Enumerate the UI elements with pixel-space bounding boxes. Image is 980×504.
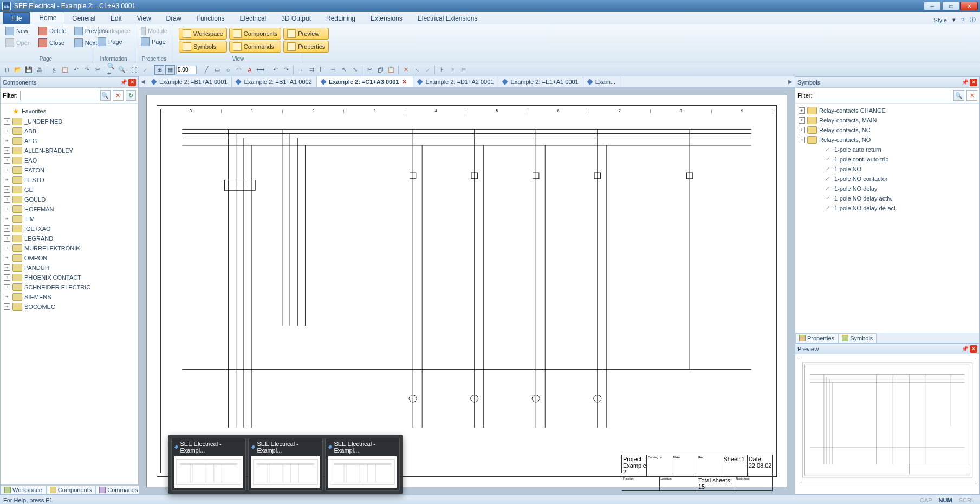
minimize-button[interactable]: ─ <box>924 2 941 10</box>
qat-zoom-in-icon[interactable]: 🔍+ <box>107 65 117 75</box>
component-item[interactable]: +IFM <box>1 214 138 224</box>
component-item[interactable]: +SOCOMEC <box>1 302 138 312</box>
page-info-button[interactable]: Page <box>95 36 132 47</box>
panel-close-button[interactable]: ✕ <box>128 79 136 86</box>
close-button[interactable]: ✕ <box>960 2 978 10</box>
expand-icon[interactable]: + <box>4 128 10 134</box>
component-item[interactable]: +HOFFMAN <box>1 204 138 214</box>
file-tab[interactable]: File <box>3 12 30 24</box>
symbols-filter-apply[interactable]: 🔍 <box>953 90 964 101</box>
qat-break-icon[interactable]: ⊢ <box>317 65 327 75</box>
expand-icon[interactable]: + <box>4 294 10 300</box>
expand-icon[interactable]: + <box>799 127 805 133</box>
taskbar-preview-item[interactable]: SEE Electrical - Exampl... <box>248 438 323 491</box>
qat-paste-icon[interactable]: 📋 <box>60 65 70 75</box>
symbol-folder[interactable]: −Relay-contacts, NO <box>795 135 979 145</box>
expand-icon[interactable]: + <box>799 107 805 114</box>
ribbon-tab-extensions[interactable]: Extensions <box>363 13 410 24</box>
view-commands-button[interactable]: Commands <box>229 41 281 53</box>
component-item[interactable]: +SIEMENS <box>1 292 138 302</box>
document-tab[interactable]: Exam... <box>583 76 620 87</box>
expand-icon[interactable]: + <box>4 264 10 271</box>
expand-icon[interactable]: + <box>4 235 10 242</box>
expand-icon[interactable]: + <box>4 157 10 164</box>
qat-trim-icon[interactable]: ⟍ <box>412 65 421 75</box>
page-props-button[interactable]: Page <box>139 36 170 47</box>
expand-icon[interactable]: + <box>4 274 10 281</box>
properties-tab[interactable]: Properties <box>795 333 838 343</box>
component-item[interactable]: +MURRELEKTRONIK <box>1 243 138 253</box>
qat-cut-icon[interactable]: ✂ <box>93 65 102 75</box>
component-item[interactable]: +SCHNEIDER ELECTRIC <box>1 282 138 292</box>
qat-zoom-fit-icon[interactable]: ⛶ <box>129 65 139 75</box>
symbols-close-button[interactable]: ✕ <box>970 79 977 86</box>
ribbon-tab-general[interactable]: General <box>64 13 103 24</box>
component-item[interactable]: +PHOENIX CONTACT <box>1 273 138 282</box>
expand-icon[interactable]: + <box>4 196 10 203</box>
qat-save-icon[interactable]: 💾 <box>24 65 34 75</box>
symbols-tree[interactable]: +Relay-contacts CHANGE+Relay-contacts, M… <box>795 104 979 333</box>
qat-arc-icon[interactable]: ◠ <box>234 65 244 75</box>
view-symbols-button[interactable]: Symbols <box>179 41 227 53</box>
grid-value-input[interactable] <box>176 66 197 74</box>
expand-icon[interactable]: + <box>4 245 10 251</box>
expand-icon[interactable]: + <box>4 284 10 290</box>
component-item[interactable]: +GE <box>1 185 138 195</box>
document-tab[interactable]: Example 2: =C1+A3 0001✕ <box>317 76 414 87</box>
expand-icon[interactable]: + <box>4 167 10 173</box>
drawing-canvas[interactable]: 0123456789 <box>146 95 787 487</box>
expand-icon[interactable]: + <box>4 216 10 222</box>
qat-redo2-icon[interactable]: ↷ <box>281 65 291 75</box>
tabs-scroll-right[interactable]: ▶ <box>786 79 795 85</box>
ribbon-tab-view[interactable]: View <box>129 13 159 24</box>
new-page-button[interactable]: New <box>3 25 33 36</box>
symbol-item[interactable]: ⟋1-pole auto return <box>795 145 979 154</box>
symbol-item[interactable]: ⟋1-pole NO delay <box>795 184 979 193</box>
qat-dimension-icon[interactable]: ⟷ <box>256 65 265 75</box>
symbols-filter-input[interactable] <box>815 91 952 100</box>
qat-redo-icon[interactable]: ↷ <box>82 65 92 75</box>
qat-undo-icon[interactable]: ↶ <box>71 65 81 75</box>
view-workspace-button[interactable]: Workspace <box>179 28 227 40</box>
expand-icon[interactable]: + <box>4 186 10 193</box>
ribbon-tab-edit[interactable]: Edit <box>103 13 129 24</box>
components-filter-input[interactable] <box>20 91 98 100</box>
qat-wireset-icon[interactable]: ⇉ <box>307 65 316 75</box>
workspace-tab[interactable]: Workspace <box>1 485 46 494</box>
component-item[interactable]: +GOULD <box>1 195 138 204</box>
qat-paste2-icon[interactable]: 📋 <box>386 65 396 75</box>
symbol-item[interactable]: ⟋1-pole NO contactor <box>795 174 979 184</box>
view-properties-button[interactable]: Properties <box>283 41 329 53</box>
expand-icon[interactable]: + <box>4 138 10 144</box>
expand-icon[interactable]: + <box>4 225 10 232</box>
component-item[interactable]: +ALLEN-BRADLEY <box>1 146 138 156</box>
component-item[interactable]: +LEGRAND <box>1 234 138 243</box>
component-item[interactable]: +IGE+XAO <box>1 224 138 234</box>
component-item[interactable]: +EATON <box>1 165 138 175</box>
components-tab[interactable]: Components <box>46 485 95 494</box>
qat-grid-icon[interactable]: ▦ <box>165 65 175 75</box>
expand-icon[interactable]: + <box>799 117 805 124</box>
expand-icon[interactable]: − <box>799 137 805 143</box>
pin-icon[interactable]: 📌 <box>961 345 969 353</box>
delete-page-button[interactable]: Delete <box>36 25 69 36</box>
ribbon-tab-electrical[interactable]: Electrical <box>232 13 274 24</box>
style-menu[interactable]: Style <box>933 17 946 23</box>
qat-copy2-icon[interactable]: 🗍 <box>375 65 385 75</box>
qat-align3-icon[interactable]: ⊨ <box>459 65 469 75</box>
expand-icon[interactable]: + <box>4 255 10 261</box>
symbol-item[interactable]: ⟋1-pole NO delay activ. <box>795 193 979 203</box>
qat-measure-icon[interactable]: ⟋ <box>140 65 150 75</box>
workspace-info-button[interactable]: Workspace <box>95 25 132 36</box>
module-props-button[interactable]: Module <box>139 25 170 36</box>
tabs-scroll-left[interactable]: ◀ <box>139 79 147 85</box>
component-item[interactable]: +OMRON <box>1 253 138 263</box>
document-tab[interactable]: Example 2: =D1+A2 0001 <box>413 76 498 87</box>
open-page-button[interactable]: Open <box>3 37 33 48</box>
qat-delete-icon[interactable]: ✕ <box>401 65 411 75</box>
symbols-filter-clear[interactable]: ✕ <box>966 90 977 101</box>
qat-new-icon[interactable]: 🗋 <box>2 65 12 75</box>
filter-refresh-button[interactable]: ↻ <box>126 90 137 101</box>
qat-cut2-icon[interactable]: ✂ <box>365 65 374 75</box>
pin-icon[interactable]: 📌 <box>961 79 969 86</box>
